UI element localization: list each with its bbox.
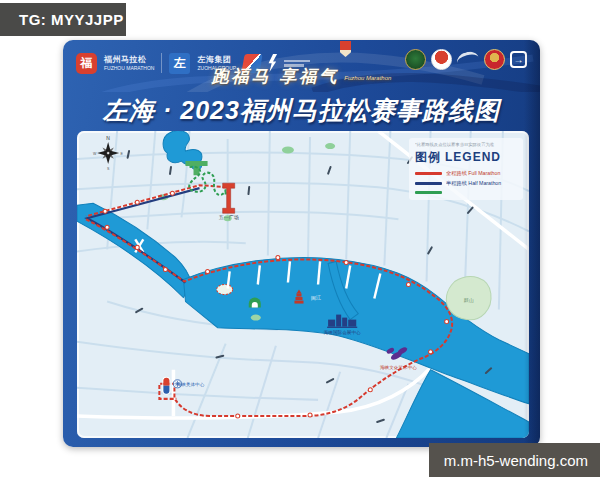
river-island bbox=[217, 285, 233, 295]
telegram-watermark: TG: MYYJJPP bbox=[0, 3, 126, 36]
full-route-swatch bbox=[415, 172, 442, 175]
finish-label: 海峡奥体中心 bbox=[177, 382, 205, 387]
start-point-marker bbox=[223, 183, 235, 213]
convention-label: 海峡国际会展中心 bbox=[324, 329, 361, 336]
legend-item-full: 全程路线 Full Marathon bbox=[415, 170, 517, 177]
poster-title: 左海 · 2023福州马拉松赛事路线图 bbox=[63, 91, 540, 129]
compass-s: S bbox=[107, 167, 110, 171]
map-legend: *比赛路线及点位以赛事当日实际设置为准 图例LEGEND 全程路线 Full M… bbox=[409, 138, 523, 200]
marathon-route-poster: 福 福州马拉松 FUZHOU MARATHON 左 左海集团 ZUOHAI GR… bbox=[63, 40, 540, 447]
legend-note: *比赛路线及点位以赛事当日实际设置为准 bbox=[415, 142, 503, 147]
legend-item-label: 半程路线 Half Marathon bbox=[446, 180, 501, 187]
slogan-calligraphy: 跑福马 享福气 bbox=[212, 67, 340, 86]
site-watermark: m.m-h5-wending.com bbox=[429, 443, 600, 477]
west-lake bbox=[163, 131, 202, 165]
logo-label: 福州马拉松 bbox=[104, 55, 154, 65]
green-route-swatch bbox=[415, 191, 442, 194]
legend-item-label: 全程路线 Full Marathon bbox=[446, 170, 500, 177]
hill-label: 鼓山 bbox=[464, 297, 474, 303]
route-map: 五一广场 海峡奥体中心 海峡国际会展中心 海峡文化艺术中心 鼓山 闽江 N E … bbox=[77, 131, 529, 438]
legend-item-half: 半程路线 Half Marathon bbox=[415, 180, 517, 187]
start-label: 五一广场 bbox=[219, 214, 239, 221]
half-route-swatch bbox=[415, 182, 442, 185]
legend-title-cn: 图例 bbox=[415, 150, 441, 164]
slogan-subtitle: Fuzhou Marathon bbox=[344, 75, 391, 81]
legend-title: 图例LEGEND bbox=[415, 149, 517, 166]
event-slogan: 跑福马 享福气Fuzhou Marathon bbox=[63, 65, 540, 88]
legend-item-green bbox=[415, 191, 517, 194]
compass-w: W bbox=[93, 152, 97, 156]
poster-header: 福 福州马拉松 FUZHOU MARATHON 左 左海集团 ZUOHAI GR… bbox=[63, 40, 540, 92]
legend-title-en: LEGEND bbox=[445, 150, 501, 164]
compass-rose-icon: N E S W bbox=[93, 135, 124, 171]
compass-n: N bbox=[106, 135, 110, 141]
logo-label: 左海集团 bbox=[197, 55, 236, 65]
